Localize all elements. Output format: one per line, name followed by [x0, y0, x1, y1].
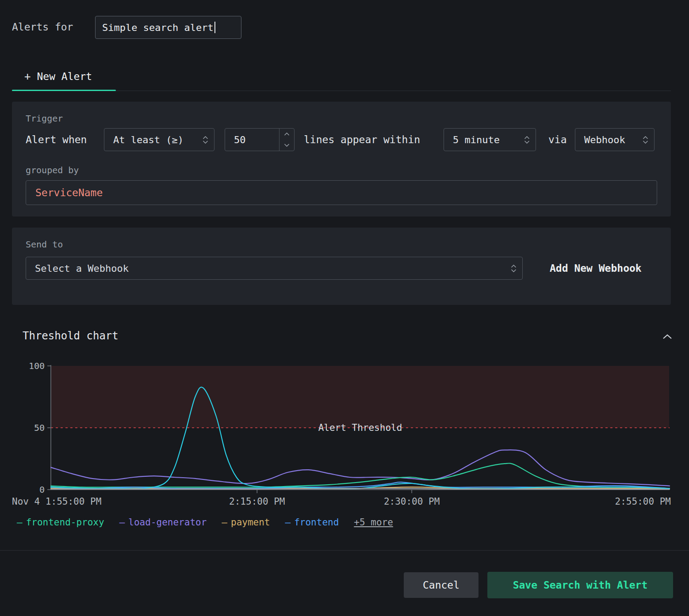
lines-appear-within-label: lines appear within: [304, 134, 420, 145]
line-count-input[interactable]: 50: [225, 128, 295, 151]
alert-name-input[interactable]: Simple search alert: [95, 16, 241, 39]
alert-name-value: Simple search alert: [102, 22, 214, 33]
legend-dash-icon: —: [17, 517, 23, 528]
alert-config-page: Alerts for Simple search alert + New Ale…: [0, 0, 689, 616]
condition-value: At least (≥): [113, 134, 184, 145]
chart-legend: —frontend-proxy—load-generator—payment—f…: [17, 517, 393, 528]
grouped-by-value: ServiceName: [35, 187, 103, 198]
svg-text:2:55:00 PM: 2:55:00 PM: [615, 496, 671, 507]
grouped-by-input[interactable]: ServiceName: [26, 180, 657, 205]
count-stepper[interactable]: [279, 129, 294, 151]
grouped-by-label: grouped by: [26, 165, 79, 175]
svg-text:50: 50: [34, 422, 45, 433]
legend-item-frontend-proxy[interactable]: —frontend-proxy: [17, 517, 104, 528]
tab-active-underline: [12, 90, 116, 91]
legend-item-frontend[interactable]: —frontend: [285, 517, 339, 528]
via-label: via: [548, 134, 567, 145]
chevron-updown-icon: [203, 136, 208, 144]
alert-when-label: Alert when: [26, 134, 87, 145]
svg-text:2:15:00 PM: 2:15:00 PM: [229, 496, 285, 507]
alerts-for-label: Alerts for: [12, 21, 73, 33]
svg-text:2:30:00 PM: 2:30:00 PM: [384, 496, 440, 507]
trigger-label: Trigger: [26, 113, 63, 124]
legend-dash-icon: —: [285, 517, 291, 528]
chevron-updown-icon: [643, 136, 648, 144]
threshold-chart: 050100Nov 4 1:55:00 PM2:15:00 PM2:30:00 …: [12, 359, 671, 511]
line-count-value: 50: [225, 129, 279, 151]
channel-select[interactable]: Webhook: [575, 128, 655, 151]
legend-label: load-generator: [128, 517, 207, 528]
cancel-button[interactable]: Cancel: [404, 572, 478, 598]
legend-items: —frontend-proxy—load-generator—payment—f…: [17, 517, 339, 528]
save-search-with-alert-button[interactable]: Save Search with Alert: [487, 572, 673, 598]
legend-more-link[interactable]: +5 more: [354, 517, 393, 528]
legend-label: frontend: [294, 517, 339, 528]
collapse-section-button[interactable]: [662, 332, 673, 341]
legend-dash-icon: —: [222, 517, 227, 528]
svg-text:100: 100: [29, 361, 45, 371]
chevron-up-icon: [662, 334, 672, 339]
time-window-value: 5 minute: [453, 134, 500, 145]
channel-value: Webhook: [584, 134, 625, 145]
condition-select[interactable]: At least (≥): [104, 128, 214, 151]
tab-new-alert[interactable]: + New Alert: [12, 63, 116, 90]
footer-divider: [0, 550, 689, 551]
send-to-panel: Send to Select a Webhook Add New Webhook: [12, 228, 671, 305]
webhook-select[interactable]: Select a Webhook: [26, 257, 523, 280]
svg-text:Nov 4 1:55:00 PM: Nov 4 1:55:00 PM: [12, 496, 101, 507]
legend-item-load-generator[interactable]: —load-generator: [119, 517, 207, 528]
trigger-panel: Trigger Alert when At least (≥) 50 lines…: [12, 102, 671, 217]
text-caret: [214, 22, 215, 33]
chevron-updown-icon: [524, 136, 530, 144]
send-to-label: Send to: [26, 239, 63, 250]
legend-item-payment[interactable]: —payment: [222, 517, 270, 528]
svg-text:0: 0: [39, 484, 45, 495]
legend-dash-icon: —: [119, 517, 125, 528]
webhook-select-value: Select a Webhook: [35, 263, 129, 274]
stepper-down-icon[interactable]: [279, 140, 294, 151]
svg-text:Alert Threshold: Alert Threshold: [318, 422, 402, 433]
chevron-updown-icon: [511, 265, 517, 272]
plus-icon: +: [24, 70, 31, 83]
threshold-chart-title: Threshold chart: [23, 330, 119, 342]
add-new-webhook-button[interactable]: Add New Webhook: [550, 257, 642, 280]
time-window-select[interactable]: 5 minute: [444, 128, 536, 151]
tab-new-alert-label: New Alert: [37, 71, 92, 82]
stepper-up-icon[interactable]: [279, 129, 294, 140]
threshold-chart-svg: 050100Nov 4 1:55:00 PM2:15:00 PM2:30:00 …: [12, 359, 671, 511]
legend-label: frontend-proxy: [26, 517, 104, 528]
legend-label: payment: [231, 517, 270, 528]
